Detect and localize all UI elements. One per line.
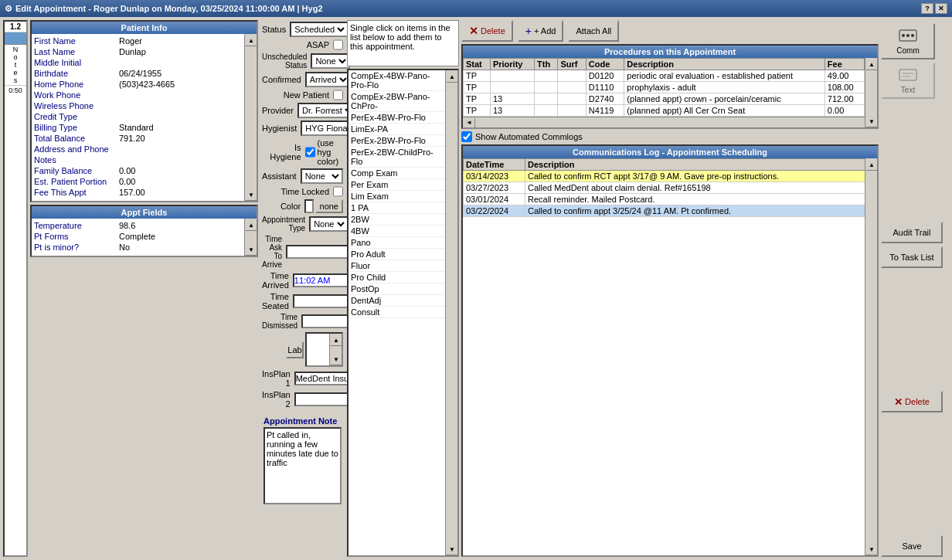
- procscroll-up[interactable]: ▲: [865, 58, 877, 70]
- list-item[interactable]: 4BW: [348, 226, 445, 237]
- cell-stat: TP: [464, 105, 491, 117]
- to-task-list-button[interactable]: To Task List: [881, 246, 943, 268]
- cell-fee: 0.00: [824, 105, 864, 117]
- appt-scroll[interactable]: ▲ ▼: [244, 219, 257, 256]
- list-item[interactable]: Lim Exam: [348, 191, 445, 202]
- table-row[interactable]: TP D0120 periodic oral evaluation - esta…: [464, 70, 865, 82]
- timelocked-label: Time Locked: [262, 187, 333, 196]
- ishygiene-checkbox[interactable]: [305, 147, 315, 158]
- scroll-up-btn[interactable]: ▲: [245, 34, 257, 46]
- table-row[interactable]: 03/14/2023 Called to confirm RCT appt 3/…: [464, 171, 877, 182]
- save-button[interactable]: Save: [881, 535, 943, 557]
- right-panel: ✕ Delete + + Add Attach All Procedures o…: [461, 20, 879, 557]
- timeline-strip: 1.2 Notes 0:50: [3, 20, 28, 557]
- commscroll-up[interactable]: ▲: [865, 158, 877, 171]
- birthdate-value: 06/24/1955: [119, 69, 242, 78]
- labscroll-down[interactable]: ▼: [330, 353, 342, 365]
- list-item[interactable]: 2BW: [348, 214, 445, 226]
- lab-scroll[interactable]: ▲ ▼: [329, 334, 342, 365]
- timedismissed-label: Time Dismissed: [262, 313, 301, 330]
- confirmed-select[interactable]: Arrived: [305, 72, 351, 87]
- help-button[interactable]: ?: [921, 3, 933, 14]
- add-button[interactable]: + + Add: [518, 20, 564, 42]
- svg-point-1: [902, 34, 905, 37]
- comm-icon-button[interactable]: Comm: [881, 23, 935, 59]
- table-row[interactable]: 03/22/2024 Called to confirm appt 3/25/2…: [464, 205, 877, 217]
- status-select[interactable]: Scheduled: [290, 22, 348, 37]
- table-row[interactable]: TP D1110 prophylaxis - adult 108.00: [464, 82, 865, 93]
- comm-btn-label: Comm: [896, 46, 919, 55]
- table-row[interactable]: TP 13 D2740 (planned appt) crown - porce…: [464, 93, 865, 105]
- table-row[interactable]: 03/27/2023 Called MedDent about claim de…: [464, 182, 877, 194]
- list-item[interactable]: 1 PA: [348, 202, 445, 214]
- proc-scroll[interactable]: ▲ ▼: [865, 58, 877, 127]
- list-item[interactable]: DentAdj: [348, 295, 445, 307]
- asap-row: ASAP: [262, 39, 343, 50]
- feeappt-value: 157.00: [119, 188, 242, 197]
- list-item[interactable]: Pano: [348, 237, 445, 249]
- table-row[interactable]: 03/01/2024 Recall reminder. Mailed Postc…: [464, 194, 877, 205]
- list-item[interactable]: Consult: [348, 307, 445, 318]
- insplan1-row: InsPlan 1 ...: [262, 369, 343, 388]
- list-item[interactable]: PerEx-4BW-Pro-Flo: [348, 112, 445, 124]
- totalbalance-value: 791.20: [119, 134, 242, 143]
- list-item[interactable]: PerEx-2BW-Pro-Flo: [348, 135, 445, 147]
- list-item[interactable]: Comp Exam: [348, 168, 445, 179]
- proc-hscroll[interactable]: ◄ ►: [463, 117, 877, 127]
- list-item[interactable]: LimEx-PA: [348, 124, 445, 135]
- audit-trail-button[interactable]: Audit Trail: [881, 222, 943, 243]
- appt-note-section: Appointment Note Pt called in, running a…: [260, 415, 345, 506]
- prochscroll-left[interactable]: ◄: [463, 117, 475, 128]
- newpatient-checkbox[interactable]: [333, 90, 343, 100]
- list-item[interactable]: Per Exam: [348, 179, 445, 191]
- attach-all-button[interactable]: Attach All: [568, 20, 619, 42]
- color-none-button[interactable]: none: [315, 199, 343, 213]
- lab-button[interactable]: Lab: [286, 341, 303, 358]
- show-automated-checkbox[interactable]: [461, 131, 472, 142]
- appttype-row: Appointment Type None: [262, 216, 343, 232]
- close-button[interactable]: ✕: [935, 3, 947, 14]
- color-box[interactable]: [304, 199, 313, 213]
- proclistscroll-down[interactable]: ▼: [446, 543, 458, 555]
- proclistscroll-up[interactable]: ▲: [446, 70, 458, 83]
- patient-scroll[interactable]: ▲ ▼: [244, 34, 257, 201]
- proc-items-list[interactable]: CompEx-4BW-Pano-Pro-Flo CompEx-2BW-Pano-…: [347, 69, 459, 557]
- apptscroll-down-btn[interactable]: ▼: [245, 243, 257, 256]
- list-item[interactable]: CompEx-4BW-Pano-Pro-Flo: [348, 70, 445, 91]
- apptscroll-up-btn[interactable]: ▲: [245, 219, 257, 231]
- list-item[interactable]: Pro Adult: [348, 249, 445, 260]
- commscroll-down[interactable]: ▼: [865, 543, 877, 555]
- cell-fee: 49.00: [824, 70, 864, 82]
- procscroll-down[interactable]: ▼: [865, 115, 877, 127]
- scroll-down-btn[interactable]: ▼: [245, 188, 257, 201]
- notes-label: Notes: [34, 155, 119, 165]
- patient-info-header: Patient Info: [32, 22, 257, 34]
- labscroll-up[interactable]: ▲: [330, 334, 342, 346]
- list-item[interactable]: PerEx-2BW-ChildPro-Flo: [348, 147, 445, 168]
- list-item[interactable]: Fluor: [348, 260, 445, 272]
- unscheduled-select[interactable]: None: [311, 53, 350, 69]
- text-icon-button[interactable]: Text: [881, 63, 935, 99]
- list-item[interactable]: Pro Child: [348, 272, 445, 283]
- timelocked-checkbox[interactable]: [333, 186, 343, 197]
- cell-desc: Called MedDent about claim denial. Ref#1…: [525, 182, 877, 194]
- homephone-value: (503)423-4665: [119, 80, 242, 89]
- list-item[interactable]: CompEx-2BW-Pano-ChPro-: [348, 91, 445, 112]
- delete-action-button[interactable]: ✕ Delete: [881, 391, 943, 412]
- assistant-select[interactable]: None: [301, 168, 343, 184]
- svg-rect-4: [899, 70, 916, 80]
- cell-priority: [490, 70, 534, 82]
- appt-note-textarea[interactable]: Pt called in, running a few minutes late…: [265, 429, 340, 503]
- asap-checkbox[interactable]: [333, 39, 343, 50]
- assistant-label: Assistant: [262, 171, 301, 181]
- spacer1: [881, 102, 949, 219]
- proc-table: Stat Priority Tth Surf Code Description …: [463, 58, 865, 117]
- proclist-scroll[interactable]: ▲ ▼: [445, 70, 457, 555]
- totalbalance-label: Total Balance: [34, 134, 119, 143]
- table-row[interactable]: TP 13 N4119 (planned appt) All Cer Crn S…: [464, 105, 865, 117]
- list-item[interactable]: PostOp: [348, 283, 445, 295]
- delete-button[interactable]: ✕ Delete: [461, 20, 513, 42]
- comm-scroll[interactable]: ▲ ▼: [865, 158, 877, 555]
- appttype-select[interactable]: None: [309, 216, 348, 232]
- status-label: Status: [262, 25, 290, 34]
